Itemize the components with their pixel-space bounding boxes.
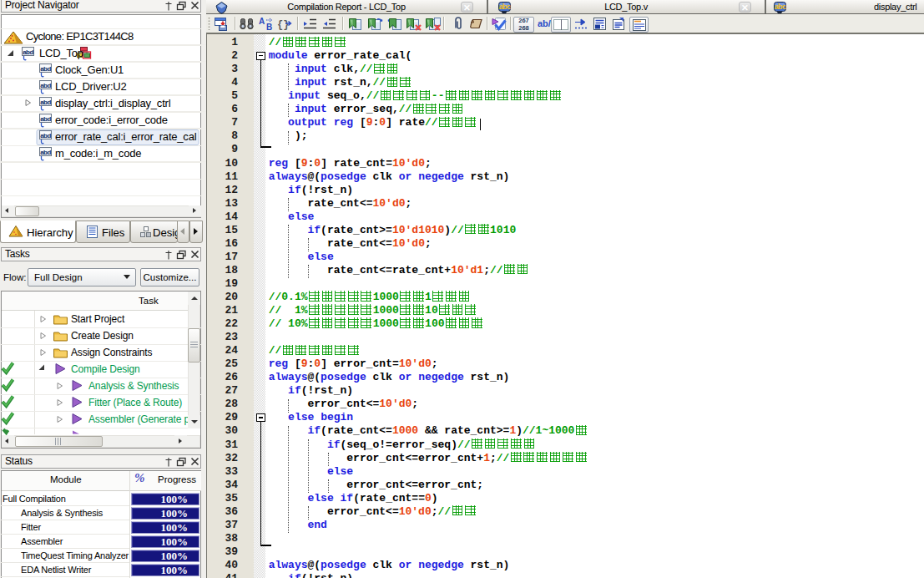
svg-text:B: B bbox=[266, 23, 272, 32]
svg-text:{}: {} bbox=[277, 19, 289, 31]
svg-text:abc: abc bbox=[499, 3, 511, 11]
svg-text:abc: abc bbox=[775, 3, 786, 11]
svg-text:A: A bbox=[259, 17, 265, 26]
